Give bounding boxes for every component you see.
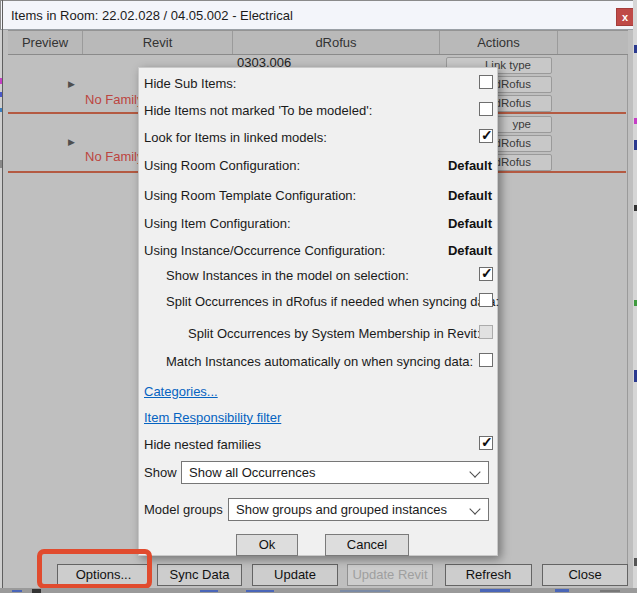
options-popup: Hide Sub Items: Hide Items not marked 'T…: [138, 67, 498, 556]
highlight-annotation: [37, 549, 152, 589]
room-template-config-value: Default: [448, 188, 492, 203]
update-revit-button: Update Revit: [347, 564, 433, 586]
screen-edge-artifacts-bottom: [0, 588, 637, 593]
sync-data-button[interactable]: Sync Data: [157, 564, 242, 586]
no-family-status: No Family: [85, 149, 144, 164]
split-by-system-label: Split Occurrences by System Membership i…: [188, 326, 481, 341]
close-button[interactable]: Close: [542, 564, 628, 586]
items-in-room-dialog: Items in Room: 22.02.028 / 04.05.002 - E…: [0, 0, 637, 593]
column-header-empty: [558, 31, 628, 54]
show-instances-label: Show Instances in the model on selection…: [166, 268, 409, 283]
column-header-drofus[interactable]: dRofus: [233, 31, 440, 54]
screen-edge-artifacts-right: [633, 0, 637, 593]
room-config-label: Using Room Configuration:: [144, 158, 300, 173]
item-config-value: Default: [448, 216, 492, 231]
ok-button[interactable]: Ok: [236, 534, 298, 556]
title-bar: Items in Room: 22.02.028 / 04.05.002 - E…: [0, 0, 633, 30]
hide-nested-families-label: Hide nested families: [144, 437, 261, 452]
model-groups-label: Model groups: [144, 502, 223, 517]
look-linked-models-label: Look for Items in linked models:: [144, 130, 327, 145]
instance-config-label: Using Instance/Occurrence Configuration:: [144, 243, 385, 258]
show-dropdown[interactable]: Show all Occurrences: [181, 461, 489, 484]
row-expand-icon[interactable]: ▶: [68, 137, 75, 147]
match-instances-label: Match Instances automatically on when sy…: [166, 354, 473, 369]
room-template-config-label: Using Room Template Configuration:: [144, 188, 356, 203]
close-icon[interactable]: x: [616, 8, 634, 26]
hide-not-modeled-label: Hide Items not marked 'To be modeled':: [144, 103, 372, 118]
categories-link[interactable]: Categories...: [144, 384, 218, 399]
column-header-preview[interactable]: Preview: [8, 31, 83, 54]
hide-nested-families-checkbox[interactable]: [479, 436, 493, 450]
hide-sub-items-label: Hide Sub Items:: [144, 76, 237, 91]
hide-sub-items-checkbox[interactable]: [479, 75, 493, 89]
show-instances-checkbox[interactable]: [479, 267, 493, 281]
show-dropdown-value: Show all Occurrences: [189, 465, 315, 480]
update-drofus-button[interactable]: Update dRofus: [252, 564, 338, 586]
split-by-system-checkbox: [479, 325, 493, 339]
items-table-header: Preview Revit dRofus Actions: [8, 30, 628, 55]
split-occurrences-label: Split Occurrences in dRofus if needed wh…: [166, 294, 499, 309]
split-occurrences-checkbox[interactable]: [479, 293, 493, 307]
item-responsibility-filter-link[interactable]: Item Responsibility filter: [144, 410, 281, 425]
refresh-button[interactable]: Refresh: [445, 564, 532, 586]
hide-not-modeled-checkbox[interactable]: [479, 102, 493, 116]
screen-edge-artifacts-left: [0, 30, 2, 588]
column-header-actions[interactable]: Actions: [440, 31, 558, 54]
model-groups-dropdown[interactable]: Show groups and grouped instances: [228, 498, 489, 521]
room-config-value: Default: [448, 158, 492, 173]
dialog-left-border: [2, 0, 3, 588]
look-linked-models-checkbox[interactable]: [479, 129, 493, 143]
show-label: Show: [144, 465, 177, 480]
model-groups-dropdown-value: Show groups and grouped instances: [236, 502, 447, 517]
cancel-button[interactable]: Cancel: [325, 534, 409, 556]
dialog-title: Items in Room: 22.02.028 / 04.05.002 - E…: [11, 8, 293, 23]
chevron-down-icon: [469, 503, 480, 514]
no-family-status: No Family: [85, 92, 144, 107]
chevron-down-icon: [469, 466, 480, 477]
match-instances-checkbox[interactable]: [479, 353, 493, 367]
instance-config-value: Default: [448, 243, 492, 258]
row-expand-icon[interactable]: ▶: [68, 79, 75, 89]
column-header-revit[interactable]: Revit: [83, 31, 233, 54]
item-config-label: Using Item Configuration:: [144, 216, 291, 231]
